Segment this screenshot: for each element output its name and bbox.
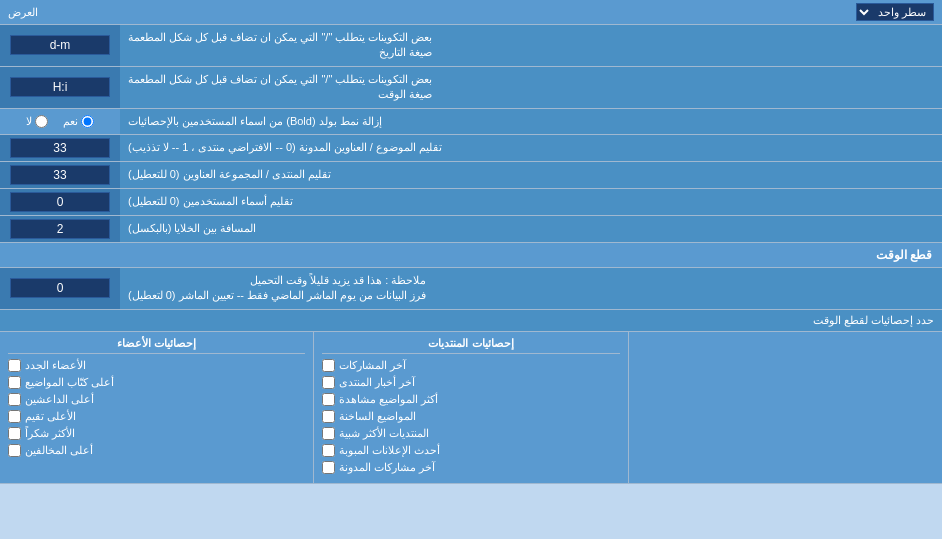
trim-usernames-input-cell[interactable] [0, 189, 120, 215]
trim-usernames-input[interactable] [10, 192, 110, 212]
cell-spacing-label: المسافة بين الخلايا (بالبكسل) [120, 216, 942, 242]
cb-members-header: إحصائيات الأعضاء [8, 337, 305, 354]
cell-spacing-row: المسافة بين الخلايا (بالبكسل) [0, 216, 942, 243]
select-cell[interactable]: سطر واحد سطران ثلاثة أسطر [856, 3, 934, 21]
cb-item-top-violators[interactable]: أعلى المخالفين [8, 444, 305, 457]
date-format-label: بعض التكوينات يتطلب "/" التي يمكن ان تضا… [120, 25, 942, 66]
cb-top-violators[interactable] [8, 444, 21, 457]
time-format-input-cell[interactable] [0, 67, 120, 108]
trim-forum-input[interactable] [10, 165, 110, 185]
time-format-label: بعض التكوينات يتطلب "/" التي يمكن ان تضا… [120, 67, 942, 108]
radio-yes[interactable] [81, 115, 94, 128]
bold-radio-cell[interactable]: نعم لا [0, 109, 120, 134]
time-format-input[interactable] [10, 77, 110, 97]
cb-new-members[interactable] [8, 359, 21, 372]
cutoff-row: ملاحظة : هذا قد يزيد قليلاً وقت التحميلف… [0, 268, 942, 310]
section-header-cutoff: قطع الوقت [0, 243, 942, 268]
trim-forum-input-cell[interactable] [0, 162, 120, 188]
radio-no[interactable] [35, 115, 48, 128]
cb-similar-forums[interactable] [322, 427, 335, 440]
trim-topics-input[interactable] [10, 138, 110, 158]
cb-item-classifieds[interactable]: أحدث الإعلانات المبوبة [322, 444, 619, 457]
bold-row: إزالة نمط بولد (Bold) من اسماء المستخدمي… [0, 109, 942, 135]
cb-item-similar-forums[interactable]: المنتديات الأكثر شبية [322, 427, 619, 440]
trim-topics-input-cell[interactable] [0, 135, 120, 161]
limit-label: حدد إحصائيات لقطع الوقت [8, 314, 934, 327]
time-format-row: بعض التكوينات يتطلب "/" التي يمكن ان تضا… [0, 67, 942, 109]
checkboxes-grid: إحصائيات المنتديات آخر المشاركات آخر أخب… [0, 332, 942, 483]
cutoff-label: ملاحظة : هذا قد يزيد قليلاً وقت التحميلف… [120, 268, 942, 309]
cb-col-forums: إحصائيات المنتديات آخر المشاركات آخر أخب… [313, 332, 627, 483]
cb-classifieds[interactable] [322, 444, 335, 457]
cb-item-blog-posts[interactable]: آخر مشاركات المدونة [322, 461, 619, 474]
cb-col-empty [628, 332, 942, 483]
cb-forums-header: إحصائيات المنتديات [322, 337, 619, 354]
trim-usernames-label: تقليم أسماء المستخدمين (0 للتعطيل) [120, 189, 942, 215]
cell-spacing-input-cell[interactable] [0, 216, 120, 242]
cb-most-viewed[interactable] [322, 393, 335, 406]
cb-top-posters[interactable] [8, 393, 21, 406]
bold-label: إزالة نمط بولد (Bold) من اسماء المستخدمي… [120, 109, 942, 134]
limit-label-row: حدد إحصائيات لقطع الوقت [0, 310, 942, 332]
date-format-row: بعض التكوينات يتطلب "/" التي يمكن ان تضا… [0, 25, 942, 67]
radio-yes-label[interactable]: نعم [63, 115, 94, 128]
cb-forum-news[interactable] [322, 376, 335, 389]
trim-topics-row: تقليم الموضوع / العناوين المدونة (0 -- ا… [0, 135, 942, 162]
radio-no-label[interactable]: لا [26, 115, 48, 128]
cb-item-top-writers[interactable]: أعلى كتّاب المواضيع [8, 376, 305, 389]
view-label: العرض [8, 6, 38, 19]
trim-forum-row: تقليم المنتدى / المجموعة العناوين (0 للت… [0, 162, 942, 189]
date-format-input[interactable] [10, 35, 110, 55]
checkboxes-section: إحصائيات المنتديات آخر المشاركات آخر أخب… [0, 332, 942, 484]
cutoff-input-cell[interactable] [0, 268, 120, 309]
date-format-input-cell[interactable] [0, 25, 120, 66]
top-row: سطر واحد سطران ثلاثة أسطر العرض [0, 0, 942, 25]
cb-last-posts[interactable] [322, 359, 335, 372]
trim-forum-label: تقليم المنتدى / المجموعة العناوين (0 للت… [120, 162, 942, 188]
cb-col-members: إحصائيات الأعضاء الأعضاء الجدد أعلى كتّا… [0, 332, 313, 483]
cb-item-top-posters[interactable]: أعلى الداعشين [8, 393, 305, 406]
cb-item-most-thanked[interactable]: الأكثر شكراً [8, 427, 305, 440]
view-select[interactable]: سطر واحد سطران ثلاثة أسطر [856, 3, 934, 21]
trim-usernames-row: تقليم أسماء المستخدمين (0 للتعطيل) [0, 189, 942, 216]
cb-item-last-posts[interactable]: آخر المشاركات [322, 359, 619, 372]
cb-top-rated[interactable] [8, 410, 21, 423]
cb-hot-topics[interactable] [322, 410, 335, 423]
cell-spacing-input[interactable] [10, 219, 110, 239]
cutoff-input[interactable] [10, 278, 110, 298]
cb-item-new-members[interactable]: الأعضاء الجدد [8, 359, 305, 372]
cb-blog-posts[interactable] [322, 461, 335, 474]
cb-most-thanked[interactable] [8, 427, 21, 440]
cb-item-hot-topics[interactable]: المواضيع الساخنة [322, 410, 619, 423]
cb-top-writers[interactable] [8, 376, 21, 389]
cb-item-forum-news[interactable]: آخر أخبار المنتدى [322, 376, 619, 389]
trim-topics-label: تقليم الموضوع / العناوين المدونة (0 -- ا… [120, 135, 942, 161]
cb-item-most-viewed[interactable]: أكثر المواضيع مشاهدة [322, 393, 619, 406]
cb-item-top-rated[interactable]: الأعلى تقيم [8, 410, 305, 423]
